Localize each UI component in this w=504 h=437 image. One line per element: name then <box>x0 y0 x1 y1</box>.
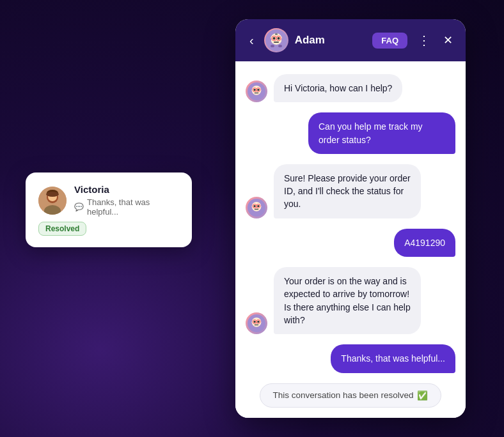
notification-preview: 💬 Thanks, that was helpful... <box>74 197 179 217</box>
message-bubble: Can you help me track my order status? <box>308 112 455 154</box>
svg-point-31 <box>253 205 255 207</box>
message-bubble: Your order is on the way and is expected… <box>274 267 421 334</box>
message-icon: 💬 <box>74 203 84 211</box>
message-row: Hi Victoria, how can I help? <box>246 74 455 102</box>
agent-avatar <box>264 28 288 52</box>
svg-point-9 <box>277 37 280 40</box>
svg-rect-10 <box>274 42 279 43</box>
svg-point-39 <box>257 321 259 323</box>
notification-card: Victoria 💬 Thanks, that was helpful... R… <box>26 172 192 247</box>
svg-rect-12 <box>270 38 271 42</box>
message-row: Your order is on the way and is expected… <box>246 267 455 334</box>
resolved-message: This conversation has been resolved ✅ <box>246 383 455 408</box>
svg-rect-13 <box>281 38 283 42</box>
notification-avatar <box>38 187 67 215</box>
message-row: A4191290 <box>246 229 455 257</box>
message-bubble: Thanks, that was helpful... <box>331 344 455 372</box>
notification-preview-text: Thanks, that was helpful... <box>87 197 179 217</box>
svg-point-16 <box>271 45 274 47</box>
resolved-badge: Resolved <box>38 222 86 236</box>
agent-message-avatar <box>246 197 267 218</box>
chat-window: ‹ Adam F <box>235 19 466 418</box>
notification-info: Victoria 💬 Thanks, that was helpful... <box>74 184 179 217</box>
faq-badge[interactable]: FAQ <box>372 33 407 49</box>
resolved-text-bubble: This conversation has been resolved ✅ <box>260 383 442 408</box>
chat-messages: Hi Victoria, how can I help? Can you hel… <box>235 61 466 418</box>
svg-point-32 <box>257 205 259 207</box>
svg-rect-26 <box>255 93 259 94</box>
svg-rect-11 <box>275 33 278 35</box>
chat-header: ‹ Adam F <box>235 19 466 61</box>
agent-message-avatar <box>246 312 267 334</box>
svg-rect-33 <box>255 208 259 210</box>
message-row: Thanks, that was helpful... <box>246 344 455 372</box>
more-options-button[interactable]: ⋮ <box>414 31 434 49</box>
close-button[interactable]: ✕ <box>441 32 455 49</box>
chat-agent-name: Adam <box>295 34 366 47</box>
svg-point-8 <box>272 37 275 40</box>
message-row: Sure! Please provide your order ID, and … <box>246 164 455 218</box>
svg-point-24 <box>253 89 255 91</box>
message-bubble: Hi Victoria, how can I help? <box>274 74 402 102</box>
notification-top: Victoria 💬 Thanks, that was helpful... <box>38 184 179 217</box>
notification-name: Victoria <box>74 184 179 195</box>
svg-point-25 <box>257 89 259 91</box>
message-bubble: A4191290 <box>394 229 455 257</box>
resolved-checkmark-icon: ✅ <box>417 390 428 401</box>
svg-point-38 <box>253 321 255 323</box>
svg-rect-40 <box>255 325 259 326</box>
back-button[interactable]: ‹ <box>246 33 258 48</box>
message-row: Can you help me track my order status? <box>246 112 455 154</box>
message-bubble: Sure! Please provide your order ID, and … <box>274 164 421 218</box>
svg-point-17 <box>278 45 282 47</box>
resolved-text: This conversation has been resolved <box>273 390 414 400</box>
svg-point-5 <box>46 192 59 197</box>
agent-message-avatar <box>246 80 267 102</box>
